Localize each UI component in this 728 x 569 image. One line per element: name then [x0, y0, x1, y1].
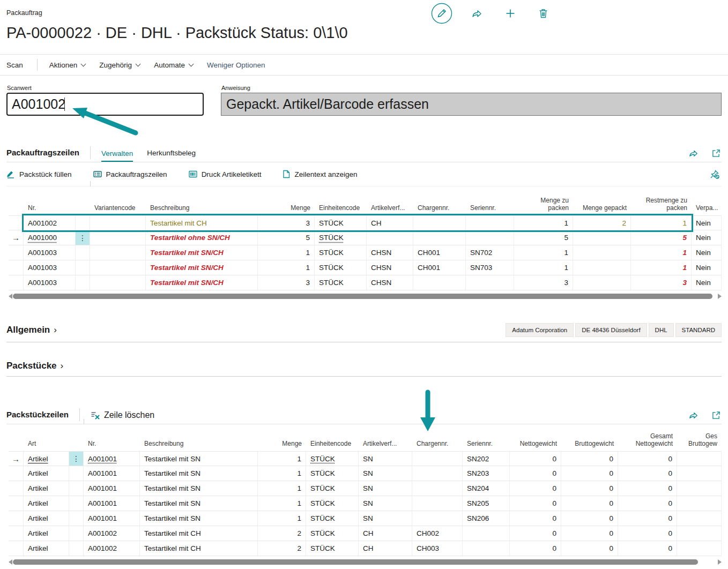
scanwert-input[interactable] [6, 93, 204, 116]
cell[interactable]: A001002 [84, 541, 140, 556]
cell[interactable]: SN702 [466, 245, 514, 260]
cell[interactable]: 3 [514, 275, 573, 290]
edit-button[interactable] [431, 3, 452, 24]
cell[interactable]: Testartikel mit SN [140, 451, 258, 466]
row-selector[interactable] [9, 481, 24, 496]
cell[interactable]: 0 [561, 481, 618, 496]
cell[interactable]: Nein [692, 245, 722, 260]
column-header[interactable]: Artikelverf... [359, 424, 412, 451]
cell[interactable]: A001003 [24, 245, 76, 260]
row-menu-cell[interactable] [76, 260, 90, 275]
column-header[interactable]: Verpa... [692, 186, 722, 215]
lines-open-in-window-button[interactable] [712, 149, 720, 158]
cell[interactable]: 0 [510, 481, 561, 496]
cell[interactable]: SN [359, 466, 412, 481]
cell[interactable]: CH001 [413, 245, 466, 260]
column-header[interactable]: Variantencode [90, 186, 146, 215]
cell[interactable] [677, 526, 722, 541]
cell[interactable]: 0 [618, 511, 677, 526]
cell[interactable]: Artikel [24, 451, 69, 466]
cell[interactable]: 0 [561, 541, 618, 556]
cell[interactable]: Artikel [24, 481, 69, 496]
cell[interactable]: 1 [514, 245, 573, 260]
cell[interactable]: STÜCK [306, 511, 359, 526]
cell[interactable] [412, 496, 463, 511]
column-header[interactable]: Artikelverf... [367, 186, 413, 215]
row-selector[interactable]: → [9, 451, 24, 466]
cell[interactable]: Nein [692, 215, 722, 230]
cell[interactable]: SN [359, 511, 412, 526]
cell[interactable] [90, 245, 146, 260]
cell[interactable]: 0 [618, 541, 677, 556]
cell[interactable]: SN [359, 496, 412, 511]
cell[interactable] [677, 451, 722, 466]
cell[interactable]: Testartikel mit SN [140, 466, 258, 481]
cell[interactable] [412, 481, 463, 496]
cell[interactable]: Testartikel mit CH [140, 541, 258, 556]
cell[interactable] [677, 496, 722, 511]
cell[interactable]: STÜCK [315, 245, 367, 260]
cell[interactable]: SN [359, 451, 412, 466]
cell[interactable]: Testartikel mit CH [140, 526, 258, 541]
cell[interactable]: Testartikel mit SN [140, 511, 258, 526]
row-menu-cell[interactable] [69, 496, 84, 511]
row-selector[interactable] [9, 245, 24, 260]
row-selector[interactable] [9, 260, 24, 275]
cell[interactable]: CH002 [412, 526, 463, 541]
cell[interactable]: SN203 [463, 466, 510, 481]
column-header[interactable]: Restmenge zu packen [631, 186, 692, 215]
cell[interactable] [573, 275, 631, 290]
pieces-open-in-window-button[interactable] [712, 411, 720, 420]
cell[interactable]: STÜCK [315, 215, 367, 230]
cell[interactable]: 0 [618, 481, 677, 496]
row-selector[interactable]: → [9, 230, 24, 245]
cell[interactable]: A001003 [24, 275, 76, 290]
cell[interactable]: 1 [258, 496, 306, 511]
cell[interactable]: Artikel [24, 466, 69, 481]
cell[interactable]: Artikel [24, 511, 69, 526]
row-menu-cell[interactable]: ⋮ [76, 230, 90, 245]
cell[interactable] [413, 215, 466, 230]
cell[interactable]: STÜCK [315, 260, 367, 275]
packauftragszeilen-button[interactable]: Packauftragszeilen [93, 170, 167, 178]
cell[interactable]: 0 [561, 496, 618, 511]
packstuecke-group-header[interactable]: Packstücke › [6, 361, 722, 377]
cell[interactable]: 3 [258, 275, 315, 290]
column-header[interactable]: Chargennr. [413, 186, 466, 215]
cell[interactable]: CHSN [367, 275, 413, 290]
cell[interactable] [466, 215, 514, 230]
cell[interactable]: Nein [692, 275, 722, 290]
cell[interactable]: STÜCK [306, 526, 359, 541]
cell[interactable]: Artikel [24, 541, 69, 556]
column-header[interactable]: Menge gepackt [573, 186, 631, 215]
cell[interactable] [466, 275, 514, 290]
column-header[interactable]: Menge zu packen [514, 186, 573, 215]
cell[interactable]: STÜCK [306, 541, 359, 556]
druck-artikeletikett-button[interactable]: Druck Artikeletikett [189, 170, 262, 178]
cell[interactable]: A001003 [24, 260, 76, 275]
cell[interactable]: 1 [514, 260, 573, 275]
cell[interactable]: 0 [618, 466, 677, 481]
column-header[interactable]: Bruttogewicht [561, 424, 618, 451]
cell[interactable]: SN206 [463, 511, 510, 526]
cell[interactable]: Testartikel mit SN [140, 481, 258, 496]
cell[interactable]: SN [359, 481, 412, 496]
cell[interactable]: 0 [510, 526, 561, 541]
cell[interactable]: CH [359, 526, 412, 541]
cell[interactable] [90, 275, 146, 290]
cell[interactable]: SN205 [463, 496, 510, 511]
column-header[interactable]: Menge [258, 186, 315, 215]
cell[interactable] [90, 215, 146, 230]
cell[interactable] [466, 230, 514, 245]
cell[interactable]: 1 [258, 481, 306, 496]
cell[interactable]: A001001 [84, 496, 140, 511]
column-header[interactable]: Gesamt Nettogewicht [618, 424, 677, 451]
cell[interactable]: SN204 [463, 481, 510, 496]
row-selector[interactable] [9, 526, 24, 541]
unpin-button[interactable] [710, 169, 722, 179]
cell[interactable]: Artikel [24, 496, 69, 511]
cell[interactable]: 2 [258, 526, 306, 541]
cell[interactable]: STÜCK [315, 230, 367, 245]
menu-item-zugehoerig[interactable]: Zugehörig [99, 61, 140, 69]
cell[interactable]: STÜCK [306, 466, 359, 481]
